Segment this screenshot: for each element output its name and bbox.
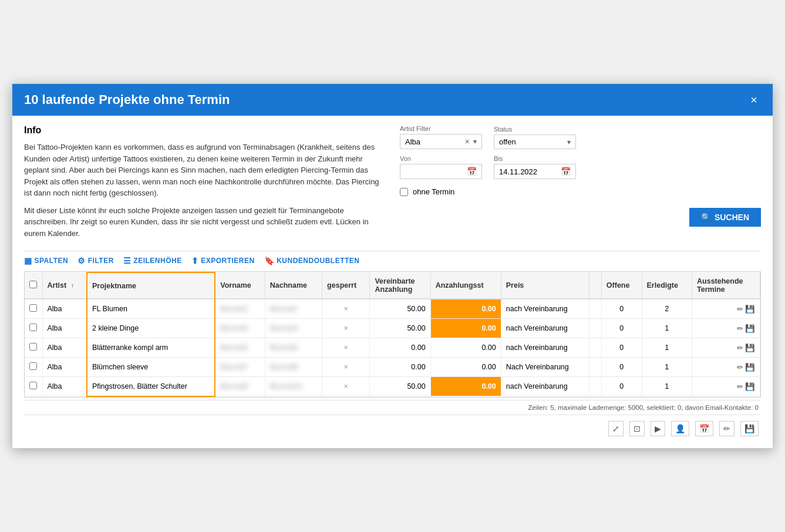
close-button[interactable]: ×: [747, 93, 761, 107]
expand-button[interactable]: ⤢: [608, 421, 624, 436]
row-checkbox[interactable]: [29, 324, 37, 331]
save-button[interactable]: 💾: [740, 421, 759, 436]
row-actions: ✏ 💾: [692, 338, 760, 358]
row-offene: 0: [601, 358, 642, 377]
artist-filter-group: Artist Filter Alba × ▾: [400, 125, 482, 149]
row-artist: Alba: [42, 299, 87, 319]
row-anzahlungsst: 0.00: [430, 358, 501, 377]
row-preis: nach Vereinbarung: [501, 377, 589, 396]
von-calendar-icon[interactable]: 📅: [467, 167, 477, 176]
edit-row-button[interactable]: ✏: [737, 305, 743, 314]
row-anzahlungsst: 0.00: [430, 319, 501, 338]
artist-filter-clear-button[interactable]: ×: [464, 137, 471, 146]
col-anzahlungsst[interactable]: Anzahlungsst: [430, 272, 501, 299]
artist-filter-label: Artist Filter: [400, 125, 482, 132]
row-actions: ✏ 💾: [692, 377, 760, 396]
bottom-toolbar: ⤢ ⊡ ▶ 👤 📅 ✏ 💾: [24, 415, 761, 439]
row-actions: ✏ 💾: [692, 299, 760, 319]
row-anzahlungsst: 0.00: [430, 299, 501, 319]
row-offene: 0: [601, 319, 642, 338]
row-nachname: Blurred6: [265, 338, 322, 358]
row-anzahlungsst: 0.00: [430, 338, 501, 358]
edit-row-button[interactable]: ✏: [737, 324, 743, 333]
row-vereinbarte: 50.00: [370, 299, 430, 319]
col-offene[interactable]: Offene: [601, 272, 642, 299]
row-checkbox[interactable]: [29, 382, 37, 389]
artist-filter-select[interactable]: Alba: [405, 137, 464, 146]
row-checkbox[interactable]: [29, 304, 37, 312]
save-row-button[interactable]: 💾: [745, 344, 755, 352]
select-all-checkbox[interactable]: [29, 281, 37, 288]
col-gesperrt[interactable]: gesperrt: [322, 272, 370, 299]
col-projektname[interactable]: Projektname: [87, 272, 215, 299]
table-row: Alba 2 kleine Dinge Blurred3 Blurred4 × …: [25, 319, 760, 338]
bis-label: Bis: [494, 155, 576, 162]
row-vorname: Blurred1: [215, 299, 265, 319]
table-row: Alba FL Blumen Blurred1 Blurred2 × 50.00…: [25, 299, 760, 319]
exportieren-button[interactable]: ⬆ EXPORTIEREN: [191, 256, 255, 265]
search-button-label: SUCHEN: [715, 213, 749, 222]
spalten-label: SPALTEN: [35, 257, 69, 265]
bis-filter-group: Bis 📅: [494, 155, 576, 179]
row-checkbox[interactable]: [29, 343, 37, 351]
col-vorname[interactable]: Vorname: [215, 272, 265, 299]
play-button[interactable]: ▶: [651, 421, 665, 436]
row-spacer: [589, 319, 602, 338]
row-vereinbarte: 0.00: [370, 338, 430, 358]
row-erledigte: 1: [642, 377, 692, 396]
row-erledigte: 1: [642, 358, 692, 377]
row-gesperrt: ×: [322, 377, 370, 396]
zeilenhoehe-button[interactable]: ☰ ZEILENHÖHE: [123, 256, 182, 265]
edit-row-button[interactable]: ✏: [737, 344, 743, 352]
search-icon: 🔍: [701, 213, 711, 222]
edit-row-button[interactable]: ✏: [737, 382, 743, 391]
save-row-button[interactable]: 💾: [745, 363, 755, 372]
col-vereinbarte[interactable]: VereinbarteAnzahlung: [370, 272, 430, 299]
col-nachname[interactable]: Nachname: [265, 272, 322, 299]
von-date-input[interactable]: [405, 167, 467, 176]
save-row-button[interactable]: 💾: [745, 305, 755, 314]
row-projektname: Blümchen sleeve: [87, 358, 215, 377]
ohne-termin-checkbox[interactable]: [400, 188, 408, 196]
col-artist[interactable]: Artist ↑: [42, 272, 87, 299]
row-checkbox-cell: [25, 299, 42, 319]
col-ausstehende[interactable]: AusstehendeTermine: [692, 272, 760, 299]
row-checkbox-cell: [25, 358, 42, 377]
row-preis: Nach Vereinbarung: [501, 358, 589, 377]
grid-button[interactable]: ⊡: [629, 421, 645, 436]
person-button[interactable]: 👤: [671, 421, 689, 436]
row-gesperrt: ×: [322, 338, 370, 358]
row-checkbox-cell: [25, 338, 42, 358]
search-button[interactable]: 🔍 SUCHEN: [689, 208, 761, 227]
col-erledigte[interactable]: Erledigte: [642, 272, 692, 299]
bis-date-input[interactable]: [499, 167, 561, 176]
calendar-button[interactable]: 📅: [695, 421, 713, 436]
row-erledigte: 1: [642, 338, 692, 358]
dialog-body: Info Bei Tattoo-Projekten kann es vorkom…: [12, 116, 773, 448]
spalten-button[interactable]: ▦ SPALTEN: [24, 256, 68, 265]
kundendoubletten-button[interactable]: 🔖 KUNDENDOUBLETTEN: [264, 256, 360, 265]
edit-button[interactable]: ✏: [719, 421, 735, 436]
filter-icon: ⚙: [78, 256, 86, 265]
save-row-button[interactable]: 💾: [745, 382, 755, 391]
bis-date-wrap: 📅: [494, 164, 576, 179]
col-preis[interactable]: Preis: [501, 272, 589, 299]
row-gesperrt: ×: [322, 358, 370, 377]
data-table: Artist ↑ Projektname Vorname Nachname ge…: [25, 272, 760, 397]
top-section: Info Bei Tattoo-Projekten kann es vorkom…: [24, 125, 761, 245]
ohne-termin-row: ohne Termin: [400, 187, 761, 196]
edit-row-button[interactable]: ✏: [737, 363, 743, 372]
row-checkbox[interactable]: [29, 362, 37, 370]
row-gesperrt: ×: [322, 319, 370, 338]
filter-button[interactable]: ⚙ FILTER: [78, 256, 114, 265]
row-actions: ✏ 💾: [692, 319, 760, 338]
save-row-button[interactable]: 💾: [745, 324, 755, 333]
row-projektname: FL Blumen: [87, 299, 215, 319]
table-row: Alba Blätterranke kompl arm Blurred5 Blu…: [25, 338, 760, 358]
bis-calendar-icon[interactable]: 📅: [561, 167, 571, 176]
row-preis: nach Vereinbarung: [501, 319, 589, 338]
row-artist: Alba: [42, 358, 87, 377]
zeilenhoehe-icon: ☰: [123, 256, 132, 265]
status-bar: Zeilen: 5, maximale Lademenge: 5000, sel…: [24, 400, 761, 415]
status-filter-select[interactable]: offen: [499, 137, 565, 146]
